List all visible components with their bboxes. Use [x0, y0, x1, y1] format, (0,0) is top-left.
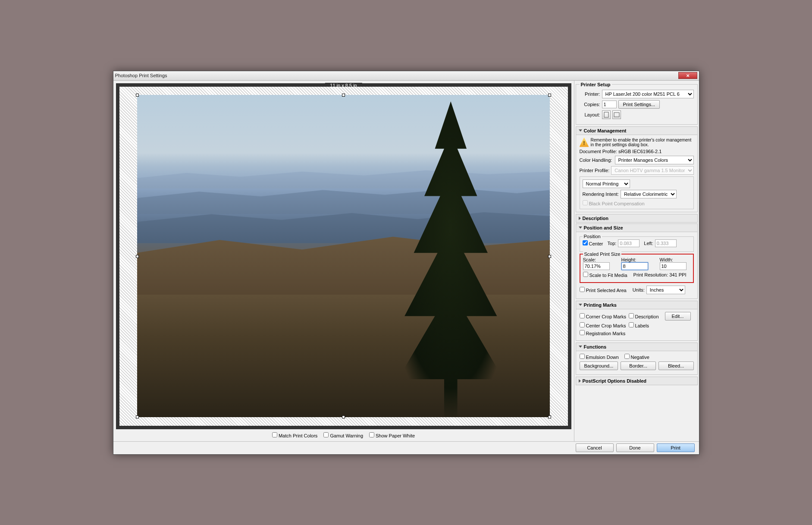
color-handling-select[interactable]: Printer Manages Colors: [615, 156, 694, 164]
height-input[interactable]: [621, 262, 648, 270]
layout-landscape-icon[interactable]: [612, 110, 621, 119]
description-checkbox[interactable]: Description: [629, 313, 663, 319]
resize-handle[interactable]: [548, 94, 551, 97]
scale-to-fit-checkbox[interactable]: Scale to Fit Media: [583, 272, 627, 278]
scale-label: Scale:: [583, 257, 614, 262]
layout-label: Layout:: [580, 112, 600, 117]
warning-icon: [580, 138, 589, 147]
corner-crop-checkbox[interactable]: Corner Crop Marks: [580, 313, 627, 319]
functions-header[interactable]: Functions: [576, 343, 698, 351]
black-point-checkbox: Black Point Compensation: [583, 201, 645, 206]
resize-handle[interactable]: [342, 415, 345, 418]
scaled-print-size-fieldset: Scaled Print Size Scale: Height: Width: …: [580, 254, 694, 283]
registration-marks-checkbox[interactable]: Registration Marks: [580, 330, 626, 336]
preview-pane: 11 in x 8.5 in: [113, 81, 574, 441]
printer-setup-group: Printer Setup Printer: HP LaserJet 200 c…: [576, 82, 698, 125]
resize-handle[interactable]: [136, 94, 139, 97]
printer-profile-select: Canon HDTV gamma 1.5 Monitor: [611, 166, 694, 175]
height-label: Height:: [621, 257, 652, 262]
edit-description-button[interactable]: Edit...: [665, 312, 691, 321]
labels-checkbox[interactable]: Labels: [629, 322, 649, 328]
show-paper-white-checkbox[interactable]: Show Paper White: [369, 432, 415, 438]
printer-select[interactable]: HP LaserJet 200 color M251 PCL 6: [602, 90, 694, 98]
bleed-button[interactable]: Bleed...: [658, 362, 694, 370]
center-crop-checkbox[interactable]: Center Crop Marks: [580, 322, 627, 328]
center-checkbox[interactable]: Center: [583, 240, 603, 246]
width-label: Width:: [660, 257, 690, 262]
left-label: Left:: [644, 241, 653, 246]
rendering-intent-label: Rendering Intent:: [583, 192, 619, 197]
top-input: [618, 239, 640, 247]
rendering-intent-select[interactable]: Relative Colorimetric: [621, 190, 677, 198]
document-profile: Document Profile: sRGB IEC61966-2.1: [580, 149, 694, 154]
scaled-legend: Scaled Print Size: [583, 251, 622, 257]
resize-handle[interactable]: [136, 415, 139, 418]
cancel-button[interactable]: Cancel: [576, 443, 614, 452]
titlebar[interactable]: Photoshop Print Settings ✕: [113, 71, 699, 81]
rendering-subgroup: Normal Printing Rendering Intent: Relati…: [580, 176, 694, 209]
postscript-header[interactable]: PostScript Options Disabled: [576, 377, 698, 385]
paper-frame: 11 in x 8.5 in: [116, 83, 571, 429]
layout-portrait-icon[interactable]: [602, 110, 611, 119]
resize-handle[interactable]: [548, 255, 551, 258]
print-settings-button[interactable]: Print Settings...: [618, 100, 660, 109]
gamut-warning-checkbox[interactable]: Gamut Warning: [323, 432, 363, 438]
done-button[interactable]: Done: [616, 443, 654, 452]
print-selected-area-checkbox[interactable]: Print Selected Area: [580, 287, 627, 293]
color-management-header[interactable]: Color Management: [576, 126, 698, 135]
paper-background: [119, 87, 568, 426]
printer-label: Printer:: [580, 91, 600, 97]
print-mode-select[interactable]: Normal Printing: [583, 179, 630, 188]
printing-marks-header[interactable]: Printing Marks: [576, 301, 698, 309]
print-resolution: Print Resolution: 341 PPI: [633, 272, 687, 277]
position-size-header[interactable]: Position and Size: [576, 223, 698, 232]
copies-input[interactable]: [602, 101, 617, 108]
left-input: [655, 239, 677, 247]
position-legend: Position: [583, 234, 602, 239]
svg-rect-0: [604, 112, 608, 117]
emulsion-down-checkbox[interactable]: Emulsion Down: [580, 354, 623, 360]
color-management-body: Remember to enable the printer's color m…: [576, 135, 698, 212]
printer-profile-label: Printer Profile:: [580, 168, 610, 173]
print-button[interactable]: Print: [657, 443, 695, 452]
top-label: Top:: [608, 241, 617, 246]
svg-rect-1: [614, 113, 619, 117]
printer-setup-title: Printer Setup: [580, 82, 612, 87]
position-size-body: Position Center Top: Left: Scaled Print …: [576, 232, 698, 299]
dialog-footer: Cancel Done Print: [113, 441, 699, 454]
window-title: Photoshop Print Settings: [115, 73, 678, 78]
copies-label: Copies:: [580, 102, 600, 107]
negative-checkbox[interactable]: Negative: [624, 354, 649, 360]
printing-marks-body: Corner Crop Marks Description Edit... Ce…: [576, 309, 698, 341]
resize-handle[interactable]: [136, 255, 139, 258]
width-input[interactable]: [660, 262, 687, 270]
functions-body: Emulsion Down Negative Background... Bor…: [576, 351, 698, 375]
background-button[interactable]: Background...: [580, 362, 618, 370]
description-header[interactable]: Description: [576, 214, 698, 223]
close-button[interactable]: ✕: [678, 72, 697, 79]
border-button[interactable]: Border...: [621, 362, 656, 370]
color-handling-label: Color Handling:: [580, 157, 613, 163]
print-preview-image[interactable]: [137, 95, 550, 417]
position-fieldset: Position Center Top: Left:: [580, 236, 694, 252]
resize-handle[interactable]: [548, 415, 551, 418]
scale-input[interactable]: [583, 262, 610, 270]
print-settings-dialog: Photoshop Print Settings ✕ 11 in x 8.5 i…: [113, 71, 699, 455]
settings-panel: Printer Setup Printer: HP LaserJet 200 c…: [574, 81, 699, 441]
match-print-colors-checkbox[interactable]: Match Print Colors: [272, 432, 317, 438]
units-select[interactable]: Inches: [646, 286, 685, 294]
resize-handle[interactable]: [342, 94, 345, 97]
color-warning-text: Remember to enable the printer's color m…: [591, 138, 694, 147]
units-label: Units:: [633, 287, 645, 292]
